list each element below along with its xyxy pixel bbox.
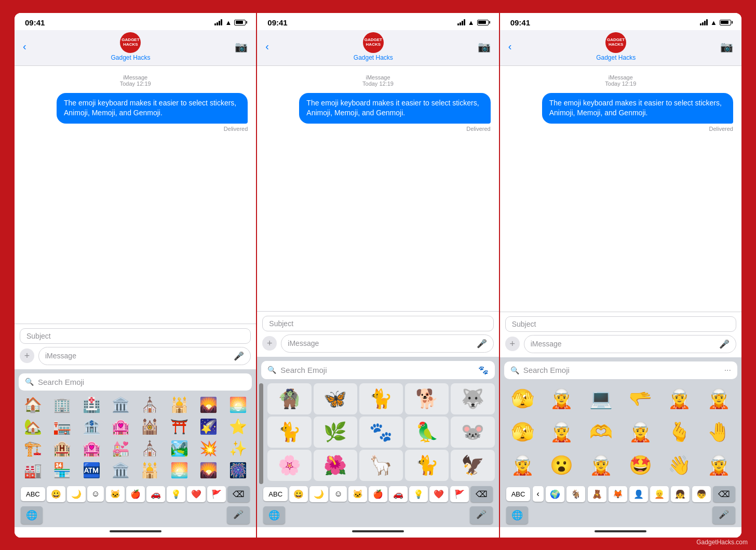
message-input-2[interactable]: iMessage 🎤 bbox=[281, 334, 493, 353]
contact-name-3[interactable]: Gadget Hacks bbox=[596, 54, 636, 61]
memoji-cell[interactable]: 👋 bbox=[661, 450, 698, 481]
emoji-cell[interactable]: 🏞️ bbox=[165, 438, 193, 459]
cat-icon-1[interactable]: 😀 bbox=[47, 486, 65, 502]
memoji-cell[interactable]: 🫣 bbox=[504, 417, 542, 448]
emoji-cell[interactable]: 🌅 bbox=[224, 395, 252, 415]
memoji-cat-6[interactable]: 👱 bbox=[650, 486, 669, 502]
prev-button[interactable]: ‹ bbox=[533, 486, 544, 502]
emoji-cell[interactable]: 🏣 bbox=[48, 417, 76, 437]
cat-icon-3[interactable]: ☺️ bbox=[87, 486, 104, 502]
memoji-cell[interactable]: 🫣 bbox=[504, 383, 542, 414]
sticker-cell[interactable]: 🌺 bbox=[314, 450, 357, 481]
cat-icon-6[interactable]: 🚗 bbox=[146, 486, 165, 502]
delete-button-1[interactable]: ⌫ bbox=[227, 486, 250, 502]
memoji-cell[interactable]: 🫶 bbox=[583, 417, 620, 448]
mic-button-2[interactable]: 🎤 bbox=[470, 506, 493, 524]
memoji-cat-4[interactable]: 🦊 bbox=[609, 486, 627, 502]
emoji-cell[interactable]: 🏩 bbox=[77, 438, 105, 459]
contact-name-1[interactable]: Gadget Hacks bbox=[111, 54, 150, 61]
emoji-cell[interactable]: 💥 bbox=[194, 438, 222, 459]
memoji-cat-7[interactable]: 👧 bbox=[671, 486, 690, 502]
cat-icon-s3[interactable]: ☺️ bbox=[330, 486, 346, 502]
sticker-cell[interactable]: 🌿 bbox=[314, 417, 357, 448]
emoji-cell[interactable]: 🏠 bbox=[19, 395, 47, 415]
memoji-cat-5[interactable]: 👤 bbox=[629, 486, 648, 502]
globe-button-1[interactable]: 🌐 bbox=[21, 506, 43, 524]
memoji-cell[interactable]: 🧝 bbox=[622, 417, 659, 448]
emoji-cell[interactable]: 🕌 bbox=[136, 460, 164, 481]
emoji-cell[interactable]: ⭐ bbox=[224, 417, 252, 437]
globe-button-2[interactable]: 🌐 bbox=[263, 506, 285, 524]
emoji-cell[interactable]: ✨ bbox=[224, 438, 252, 459]
subject-input-3[interactable]: Subject bbox=[505, 316, 736, 332]
emoji-cell[interactable]: 🏧 bbox=[77, 460, 105, 481]
memoji-cell[interactable]: 🧝 bbox=[661, 383, 698, 414]
contact-name-2[interactable]: Gadget Hacks bbox=[354, 54, 393, 61]
memoji-cell[interactable]: 🤚 bbox=[700, 417, 737, 448]
subject-input-2[interactable]: Subject bbox=[262, 316, 493, 331]
message-input-3[interactable]: iMessage 🎤 bbox=[524, 335, 736, 353]
memoji-cell[interactable]: 🧝 bbox=[543, 417, 580, 448]
cat-icon-2[interactable]: 🌙 bbox=[67, 486, 86, 502]
mic-icon-2[interactable]: 🎤 bbox=[477, 339, 487, 348]
cat-icon-s5[interactable]: 🍎 bbox=[369, 486, 387, 502]
sticker-cell[interactable]: 🦋 bbox=[314, 383, 357, 414]
cat-icon-s1[interactable]: 😀 bbox=[289, 486, 308, 502]
emoji-cell[interactable]: 🏩 bbox=[106, 417, 134, 437]
plus-button-1[interactable]: + bbox=[20, 348, 34, 363]
delete-button-2[interactable]: ⌫ bbox=[470, 486, 493, 502]
video-button-3[interactable]: 📷 bbox=[720, 41, 733, 53]
cat-icon-s2[interactable]: 🌙 bbox=[309, 486, 328, 502]
back-button-2[interactable]: ‹ bbox=[265, 41, 269, 52]
memoji-cat-8[interactable]: 👦 bbox=[692, 486, 711, 502]
emoji-cell[interactable]: ⛩️ bbox=[165, 417, 193, 437]
sticker-cell[interactable]: 🐈 bbox=[359, 383, 403, 414]
mic-icon-1[interactable]: 🎤 bbox=[234, 351, 244, 361]
back-button-1[interactable]: ‹ bbox=[23, 41, 26, 52]
delete-button-3[interactable]: ⌫ bbox=[713, 486, 735, 502]
emoji-cell[interactable]: ⛪ bbox=[136, 395, 164, 415]
emoji-cell[interactable]: 🌄 bbox=[194, 460, 222, 481]
cat-icon-5[interactable]: 🍎 bbox=[126, 486, 145, 502]
emoji-cell[interactable]: 🕌 bbox=[165, 395, 193, 415]
emoji-cell[interactable]: 🏭 bbox=[19, 460, 47, 481]
cat-icon-9[interactable]: 🚩 bbox=[207, 486, 226, 502]
back-button-3[interactable]: ‹ bbox=[508, 41, 512, 52]
memoji-cell[interactable]: 🧝 bbox=[504, 450, 542, 481]
cat-icon-7[interactable]: 💡 bbox=[167, 486, 185, 502]
memoji-cell[interactable]: 🧝 bbox=[700, 383, 737, 414]
emoji-cell[interactable]: 🏢 bbox=[48, 395, 76, 415]
memoji-cat-2[interactable]: 🐐 bbox=[566, 486, 585, 502]
sticker-cell[interactable]: 🦅 bbox=[451, 450, 494, 481]
emoji-cell[interactable]: 🏛️ bbox=[106, 460, 134, 481]
memoji-cell[interactable]: 😮 bbox=[543, 450, 580, 481]
sticker-cell[interactable]: 🌸 bbox=[267, 450, 311, 481]
subject-input-1[interactable]: Subject bbox=[20, 328, 251, 344]
emoji-cell[interactable]: 🌄 bbox=[194, 395, 222, 415]
search-bar-1[interactable]: 🔍 Search Emoji bbox=[19, 373, 252, 391]
memoji-cell[interactable]: 🧝 bbox=[700, 450, 737, 481]
abc-button-2[interactable]: ABC bbox=[263, 487, 288, 501]
abc-button-1[interactable]: ABC bbox=[21, 487, 45, 501]
plus-button-3[interactable]: + bbox=[505, 337, 520, 351]
sticker-cell[interactable]: 🧌 bbox=[267, 383, 311, 414]
message-input-1[interactable]: iMessage 🎤 bbox=[38, 347, 251, 365]
globe-button-3[interactable]: 🌐 bbox=[506, 506, 528, 524]
sticker-cell[interactable]: 🐺 bbox=[451, 383, 494, 414]
sticker-cell[interactable]: 🐭 bbox=[451, 417, 494, 448]
emoji-cell[interactable]: 🏡 bbox=[19, 417, 47, 437]
emoji-cell[interactable]: 🕍 bbox=[136, 417, 164, 437]
emoji-cell[interactable]: 🏗️ bbox=[19, 438, 47, 459]
sticker-cell[interactable]: 🐕 bbox=[405, 383, 449, 414]
emoji-cell[interactable]: 🏦 bbox=[77, 417, 105, 437]
emoji-cell[interactable]: 🌠 bbox=[194, 417, 222, 437]
emoji-cell[interactable]: 🏨 bbox=[48, 438, 76, 459]
sticker-cell[interactable]: 🦙 bbox=[359, 450, 403, 481]
cat-icon-4[interactable]: 🐱 bbox=[106, 486, 125, 502]
memoji-cell[interactable]: 🫳 bbox=[622, 383, 659, 414]
cat-icon-s7[interactable]: 💡 bbox=[409, 486, 428, 502]
emoji-cell[interactable]: 🎆 bbox=[224, 460, 252, 481]
emoji-cell[interactable]: 💒 bbox=[106, 438, 134, 459]
memoji-cell[interactable]: 🧝 bbox=[583, 450, 620, 481]
emoji-cell[interactable]: 🌅 bbox=[165, 460, 193, 481]
